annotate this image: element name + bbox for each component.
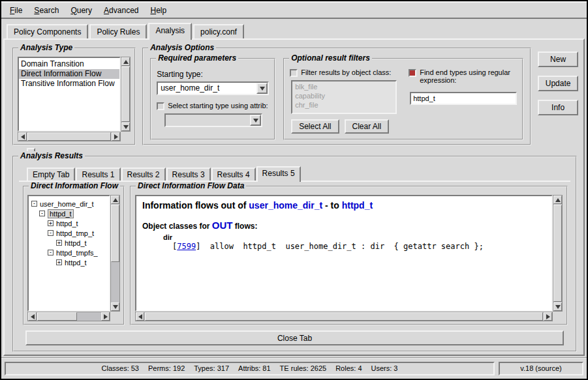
rule-number-link[interactable]: 7599 bbox=[177, 242, 196, 251]
expander-icon[interactable]: + bbox=[56, 240, 62, 246]
tree-node[interactable]: - user_home_dir_t bbox=[30, 199, 108, 209]
analysis-type-vscrollbar[interactable] bbox=[121, 57, 131, 132]
clear-all-button[interactable]: Clear All bbox=[345, 119, 390, 134]
results-tab-bar: Empty Tab Results 1 Results 2 Results 3 … bbox=[27, 165, 570, 181]
arrow-left-icon bbox=[138, 314, 142, 319]
action-buttons-column: New Update Info bbox=[538, 48, 578, 115]
menu-file[interactable]: File bbox=[4, 4, 28, 17]
regex-checkbox[interactable] bbox=[409, 69, 416, 77]
arrow-right-icon bbox=[546, 314, 550, 319]
scrollbar-trough[interactable] bbox=[553, 204, 562, 302]
scrollbar-thumb[interactable] bbox=[27, 132, 111, 141]
expander-icon[interactable]: - bbox=[39, 211, 45, 216]
tree-node[interactable]: - httpd_tmp_t bbox=[30, 228, 108, 238]
update-button[interactable]: Update bbox=[538, 76, 578, 91]
tree-node[interactable]: + httpd_t bbox=[30, 238, 108, 248]
analysis-type-listbox[interactable]: Domain Transition Direct Information Flo… bbox=[18, 57, 121, 132]
menu-help[interactable]: Help bbox=[144, 4, 172, 17]
tab-policy-components[interactable]: Policy Components bbox=[7, 24, 88, 38]
analysis-type-option-selected[interactable]: Direct Information Flow bbox=[19, 69, 119, 79]
scroll-right-button[interactable] bbox=[544, 312, 552, 321]
scrollbar-thumb[interactable] bbox=[553, 205, 562, 302]
object-class-listbox-disabled: blk_file capability chr_file bbox=[291, 80, 397, 114]
scrollbar-trough[interactable] bbox=[121, 66, 130, 123]
scrollbar-trough[interactable] bbox=[111, 204, 119, 302]
flow-tree-group: Direct Information Flow T - user_home_di… bbox=[23, 186, 125, 325]
attrib-checkbox[interactable] bbox=[157, 102, 164, 110]
scrollbar-trough[interactable] bbox=[144, 312, 544, 321]
tree-node[interactable]: + httpd_t bbox=[30, 257, 108, 267]
tree-vscrollbar[interactable] bbox=[110, 195, 120, 312]
scroll-right-button[interactable] bbox=[112, 132, 120, 141]
flow-direction-text: OUT bbox=[212, 220, 233, 231]
close-tab-button[interactable]: Close Tab bbox=[25, 330, 564, 345]
scroll-right-button[interactable] bbox=[101, 312, 110, 321]
object-classes-suffix: flows: bbox=[232, 222, 257, 231]
flow-tree[interactable]: - user_home_dir_t - httpd_t + httpd_t bbox=[27, 195, 110, 312]
scrollbar-thumb[interactable] bbox=[111, 205, 119, 262]
starting-type-combobox[interactable]: user_home_dir_t bbox=[157, 81, 269, 95]
flow-header-separator: - to bbox=[322, 200, 342, 211]
results-tab-3[interactable]: Results 3 bbox=[166, 168, 211, 181]
tree-node[interactable]: - httpd_tmpfs_ bbox=[30, 248, 108, 257]
scrollbar-trough[interactable] bbox=[37, 312, 101, 321]
analysis-type-hscrollbar[interactable] bbox=[18, 132, 121, 141]
info-button[interactable]: Info bbox=[538, 100, 578, 115]
tree-node-label: httpd_t bbox=[56, 220, 78, 227]
scrollbar-trough[interactable] bbox=[27, 132, 112, 141]
new-button[interactable]: New bbox=[538, 51, 578, 67]
arrow-up-icon bbox=[123, 60, 129, 64]
results-tab-2[interactable]: Results 2 bbox=[121, 168, 166, 181]
chevron-down-icon bbox=[260, 87, 265, 91]
tab-analysis[interactable]: Analysis bbox=[148, 23, 192, 40]
tree-node[interactable]: + httpd_t bbox=[30, 218, 108, 228]
tree-node-selected[interactable]: - httpd_t bbox=[30, 209, 108, 218]
expander-icon[interactable]: - bbox=[48, 230, 54, 236]
scroll-left-button[interactable] bbox=[136, 312, 144, 321]
tab-policy-conf[interactable]: policy.conf bbox=[193, 24, 244, 38]
filter-by-object-class-checkbox[interactable] bbox=[290, 69, 298, 77]
tree-node-label: httpd_tmp_t bbox=[56, 229, 94, 237]
stat-perms: Perms: 192 bbox=[148, 364, 185, 372]
dropdown-button[interactable] bbox=[256, 83, 268, 94]
analysis-tab-panel: Analysis Type Domain Transition Direct I… bbox=[3, 38, 585, 356]
results-tab-empty[interactable]: Empty Tab bbox=[27, 168, 75, 181]
arrow-down-icon bbox=[555, 305, 561, 309]
select-all-button[interactable]: Select All bbox=[291, 119, 339, 134]
arrow-right-icon bbox=[114, 134, 118, 139]
expander-icon[interactable]: + bbox=[56, 259, 62, 265]
menu-advanced[interactable]: Advanced bbox=[98, 4, 144, 17]
scroll-down-button[interactable] bbox=[111, 302, 119, 311]
flow-data-text[interactable]: Information flows out of user_home_dir_t… bbox=[135, 195, 553, 312]
expander-icon[interactable]: - bbox=[48, 250, 54, 256]
starting-type-label: Starting type: bbox=[157, 70, 269, 79]
stat-classes: Classes: 53 bbox=[102, 364, 139, 372]
menu-query[interactable]: Query bbox=[65, 4, 98, 17]
tab-policy-rules[interactable]: Policy Rules bbox=[89, 24, 147, 38]
data-vscrollbar[interactable] bbox=[553, 195, 563, 312]
attrib-combobox-value bbox=[166, 115, 250, 126]
scroll-down-button[interactable] bbox=[121, 123, 130, 131]
tree-hscrollbar[interactable] bbox=[27, 312, 110, 321]
scroll-up-button[interactable] bbox=[553, 196, 562, 204]
scroll-up-button[interactable] bbox=[121, 57, 130, 66]
scroll-left-button[interactable] bbox=[28, 312, 37, 321]
expander-icon[interactable]: + bbox=[48, 220, 54, 226]
scrollbar-thumb[interactable] bbox=[37, 312, 77, 321]
scroll-down-button[interactable] bbox=[553, 302, 562, 311]
scrollbar-thumb[interactable] bbox=[145, 312, 543, 321]
tree-node-label: httpd_t bbox=[65, 259, 87, 267]
analysis-type-option[interactable]: Domain Transition bbox=[19, 59, 119, 69]
data-hscrollbar[interactable] bbox=[135, 312, 553, 321]
expander-icon[interactable]: - bbox=[31, 201, 37, 207]
regex-input[interactable] bbox=[410, 92, 517, 105]
menu-search[interactable]: Search bbox=[28, 4, 65, 17]
results-tab-5[interactable]: Results 5 bbox=[256, 166, 301, 182]
results-tab-1[interactable]: Results 1 bbox=[76, 168, 120, 181]
scroll-left-button[interactable] bbox=[18, 132, 27, 141]
scroll-up-button[interactable] bbox=[111, 196, 119, 204]
analysis-type-option[interactable]: Transitive Information Flow bbox=[19, 79, 119, 89]
results-tab-4[interactable]: Results 4 bbox=[211, 168, 256, 181]
scrollbar-thumb[interactable] bbox=[121, 66, 130, 122]
filter-by-object-class-label: Filter results by object class: bbox=[301, 68, 391, 76]
